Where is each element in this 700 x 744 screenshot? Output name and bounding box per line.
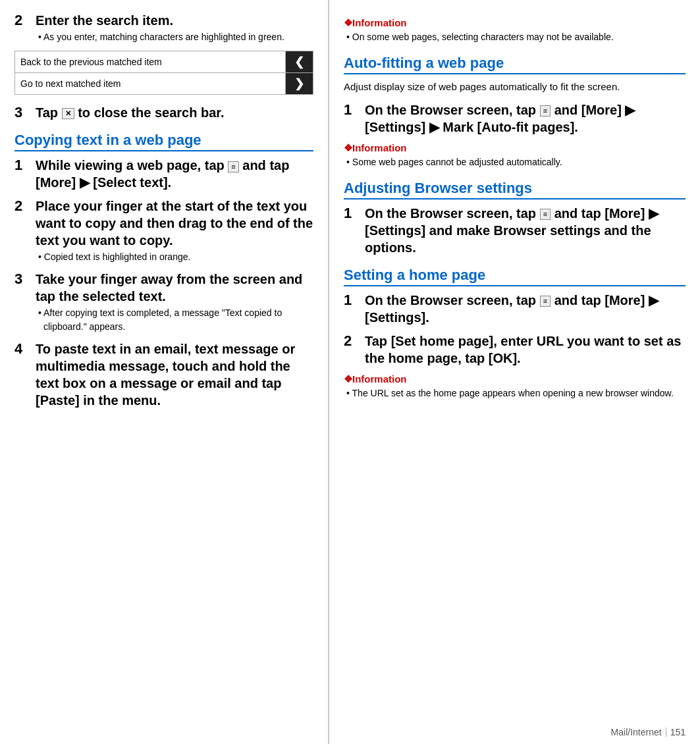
close-search-icon: ✕ xyxy=(62,108,74,119)
copy-step-4-num: 4 xyxy=(14,340,36,358)
next-arrow-icon: ❯ xyxy=(294,77,304,90)
copy-step-1-title: While viewing a web page, tap ≡ and tap … xyxy=(36,157,313,191)
copy-step-3-content: Take your finger away from the screen an… xyxy=(36,271,313,334)
copy-step-4-content: To paste text in an email, text message … xyxy=(36,340,313,409)
info-2-bullet: Some web pages cannot be adjusted automa… xyxy=(344,155,686,169)
back-label: Back to the previous matched item xyxy=(15,51,286,73)
home-step-2-row: 2 Tap [Set home page], enter URL you wan… xyxy=(344,332,686,367)
copy-step-1-content: While viewing a web page, tap ≡ and tap … xyxy=(36,157,313,191)
info-3-bullet: The URL set as the home page appears whe… xyxy=(344,386,686,400)
right-column: ❖Information On some web pages, selectin… xyxy=(329,0,700,744)
footer-divider xyxy=(666,728,666,737)
step-2-row: 2 Enter the search item. As you enter, m… xyxy=(14,12,313,44)
section-browser-heading: Adjusting Browser settings xyxy=(344,180,686,199)
table-row-back: Back to the previous matched item ❮ xyxy=(15,51,313,73)
home-step-1-content: On the Browser screen, tap ≡ and tap [Mo… xyxy=(365,292,686,326)
step-2-title: Enter the search item. xyxy=(36,12,313,29)
browser-step-1-row: 1 On the Browser screen, tap ≡ and tap [… xyxy=(344,205,686,256)
info-block-2: ❖Information Some web pages cannot be ad… xyxy=(344,142,686,169)
section-copying-heading: Copying text in a web page xyxy=(14,132,313,151)
copy-step-2-num: 2 xyxy=(14,198,36,215)
home-step-2-content: Tap [Set home page], enter URL you want … xyxy=(365,332,686,367)
autofit-step-1-row: 1 On the Browser screen, tap ≡ and [More… xyxy=(344,101,686,136)
page-container: 2 Enter the search item. As you enter, m… xyxy=(0,0,700,744)
left-column: 2 Enter the search item. As you enter, m… xyxy=(0,0,329,744)
menu-icon-1: ≡ xyxy=(228,161,238,173)
copy-step-2-row: 2 Place your finger at the start of the … xyxy=(14,198,313,264)
autofitting-desc: Adjust display size of web pages automat… xyxy=(344,80,686,95)
browser-step-1-num: 1 xyxy=(344,205,365,222)
back-arrow-icon: ❮ xyxy=(294,55,304,68)
copy-step-2-title: Place your finger at the start of the te… xyxy=(36,198,313,249)
home-step-1-title: On the Browser screen, tap ≡ and tap [Mo… xyxy=(365,292,686,326)
home-step-1-text: On the Browser screen, tap xyxy=(365,293,536,307)
info-1-label: ❖Information xyxy=(344,17,686,29)
copy-step-3-row: 3 Take your finger away from the screen … xyxy=(14,271,313,334)
home-step-2-title: Tap [Set home page], enter URL you want … xyxy=(365,332,686,367)
footer-page: 151 xyxy=(670,727,686,737)
home-step-1-row: 1 On the Browser screen, tap ≡ and tap [… xyxy=(344,292,686,326)
step-2-bullet: As you enter, matching characters are hi… xyxy=(36,30,313,44)
footer-section: Mail/Internet xyxy=(611,727,662,737)
browser-step-1-content: On the Browser screen, tap ≡ and tap [Mo… xyxy=(365,205,686,256)
home-step-2-num: 2 xyxy=(344,332,365,350)
browser-step-1-title: On the Browser screen, tap ≡ and tap [Mo… xyxy=(365,205,686,256)
copy-step-1-num: 1 xyxy=(14,157,36,174)
step-3-row: 3 Tap ✕ to close the search bar. xyxy=(14,104,313,121)
autofit-step-1-text: On the Browser screen, tap xyxy=(365,103,536,117)
step-3-content: Tap ✕ to close the search bar. xyxy=(36,104,313,121)
next-label: Go to next matched item xyxy=(15,73,286,95)
next-icon-cell: ❯ xyxy=(286,73,313,95)
browser-step-1-text: On the Browser screen, tap xyxy=(365,206,536,221)
copy-step-1-text: While viewing a web page, tap xyxy=(36,158,225,173)
section-home-heading: Setting a home page xyxy=(344,267,686,286)
info-1-bullet: On some web pages, selecting characters … xyxy=(344,30,686,44)
table-row-next: Go to next matched item ❯ xyxy=(15,73,313,95)
step-2-content: Enter the search item. As you enter, mat… xyxy=(36,12,313,44)
info-block-1: ❖Information On some web pages, selectin… xyxy=(344,17,686,44)
step-3-title: Tap ✕ to close the search bar. xyxy=(36,104,313,121)
copy-step-3-bullet: After copying text is completed, a messa… xyxy=(36,306,313,334)
autofit-step-1-num: 1 xyxy=(344,101,365,119)
step-3-title-suffix: to close the search bar. xyxy=(78,105,224,120)
menu-icon-3: ≡ xyxy=(540,209,551,220)
step-2-num: 2 xyxy=(14,12,36,29)
menu-icon-2: ≡ xyxy=(540,105,551,117)
search-navigation-table: Back to the previous matched item ❮ Go t… xyxy=(14,51,313,95)
menu-icon-4: ≡ xyxy=(540,296,551,307)
info-2-label: ❖Information xyxy=(344,142,686,154)
page-footer: Mail/Internet 151 xyxy=(611,727,686,737)
copy-step-1-row: 1 While viewing a web page, tap ≡ and ta… xyxy=(14,157,313,191)
step-3-title-prefix: Tap xyxy=(36,105,62,120)
copy-step-2-bullet: Copied text is highlighted in orange. xyxy=(36,250,313,264)
copy-step-4-title: To paste text in an email, text message … xyxy=(36,340,313,409)
copy-step-2-content: Place your finger at the start of the te… xyxy=(36,198,313,264)
info-3-label: ❖Information xyxy=(344,373,686,385)
autofit-step-1-title: On the Browser screen, tap ≡ and [More] … xyxy=(365,101,686,136)
section-autofitting-heading: Auto-fitting a web page xyxy=(344,55,686,74)
copy-step-3-num: 3 xyxy=(14,271,36,288)
copy-step-3-title: Take your finger away from the screen an… xyxy=(36,271,313,305)
copy-step-4-row: 4 To paste text in an email, text messag… xyxy=(14,340,313,409)
home-step-1-num: 1 xyxy=(344,292,365,309)
info-block-3: ❖Information The URL set as the home pag… xyxy=(344,373,686,400)
autofit-step-1-content: On the Browser screen, tap ≡ and [More] … xyxy=(365,101,686,136)
step-3-num: 3 xyxy=(14,104,36,121)
back-icon-cell: ❮ xyxy=(286,51,313,73)
